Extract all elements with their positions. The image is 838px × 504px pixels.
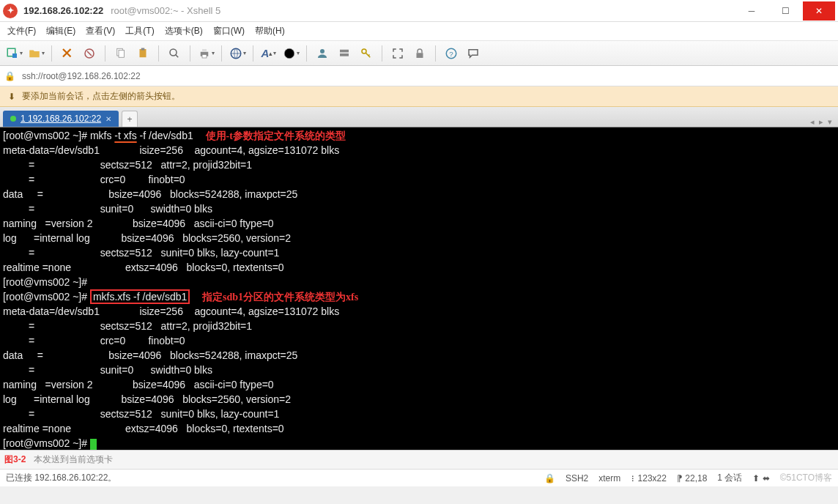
svg-rect-10 [202,54,207,58]
status-lock-icon: 🔒 [544,473,555,483]
tab-menu-icon[interactable]: ▾ [828,117,832,127]
key-button[interactable] [357,44,376,63]
prompt: [root@vms002 ~]# [3,291,90,303]
encoding-button[interactable]: ▾ [228,44,247,63]
tab-label: 1 192.168.26.102:22 [21,114,101,124]
lock-icon: 🔒 [0,71,19,81]
find-button[interactable] [165,44,184,63]
menu-tools[interactable]: 工具(T) [125,25,154,37]
svg-point-14 [320,49,325,53]
output-2: meta-data=/dev/sdb1 isize=256 agcount=4,… [3,305,339,434]
toolbar-separator [253,45,253,62]
toolbar-separator [190,45,190,62]
status-bar: 已连接 192.168.26.102:22。 🔒 SSH2 xterm ⫶ 12… [0,469,838,486]
watermark: ©51CTO博客 [780,472,832,484]
svg-text:?: ? [449,49,453,57]
prompt: [root@vms002 ~]# [3,437,90,449]
user-button[interactable] [313,44,332,63]
font-button[interactable]: A▴▾ [259,44,278,63]
toolbar-separator [158,45,159,62]
svg-rect-5 [140,49,147,57]
minimize-button[interactable]: ─ [735,1,768,21]
compose-bar: 图3-2 本发送到当前选项卡 [0,450,838,469]
terminal[interactable]: [root@vms002 ~]# mkfs -t xfs -f /dev/sdb… [0,127,838,450]
status-sessions: 1 会话 [717,472,742,484]
server-button[interactable] [335,44,354,63]
status-term: xterm [598,473,620,483]
cmd-boxed: mkfs.xfs -f /dev/sdb1 [90,289,190,304]
svg-rect-6 [141,48,145,50]
status-cursor: 22,18 [685,473,707,483]
open-button[interactable]: ▾ [26,44,45,63]
session-tab-1[interactable]: 1 192.168.26.102:22 ✕ [3,111,119,127]
compose-hint: 本发送到当前选项卡 [34,453,113,466]
disconnect-button[interactable] [80,44,99,63]
svg-rect-1 [12,53,17,58]
cmd-highlight: -t xfs [114,130,136,141]
status-connected: 已连接 192.168.26.102:22。 [6,472,116,484]
prompt: [root@vms002 ~]# [3,276,87,288]
prompt: [root@vms002 ~]# [3,130,90,141]
toolbar-separator [105,45,105,62]
lock-button[interactable] [410,44,429,63]
tab-prev-icon[interactable]: ◂ [810,117,815,127]
tip-bar: ⬇ 要添加当前会话，点击左侧的箭头按钮。 [0,86,838,107]
cursor [90,439,97,450]
print-button[interactable]: ▾ [196,44,215,63]
status-size: 123x22 [638,473,667,483]
copy-button[interactable] [111,44,130,63]
window-address: 192.168.26.102:22 [23,5,103,16]
reconnect-button[interactable] [58,44,77,63]
annotation-1: 使用-t参数指定文件系统的类型 [206,130,346,141]
figure-label: 图3-2 [4,453,26,466]
svg-rect-9 [202,49,207,52]
address-bar: 🔒 [0,66,838,86]
svg-rect-18 [417,53,423,58]
menu-window[interactable]: 窗口(W) [213,25,245,37]
address-input[interactable] [19,70,838,83]
svg-point-17 [362,49,366,53]
tab-close-icon[interactable]: ✕ [105,115,111,123]
tip-arrow-icon[interactable]: ⬇ [6,91,18,103]
status-dot-icon [10,116,16,122]
toolbar-separator [435,45,436,62]
toolbar: ▾ ▾ ▾ ▾ A▴▾ ▾ ? [0,41,838,66]
paste-button[interactable] [133,44,152,63]
chat-button[interactable] [464,44,483,63]
svg-rect-16 [340,53,349,56]
fullscreen-button[interactable] [388,44,407,63]
close-button[interactable]: ✕ [803,1,835,21]
new-session-button[interactable]: ▾ [4,44,23,63]
color-button[interactable]: ▾ [281,44,300,63]
maximize-button[interactable]: ☐ [769,1,801,21]
tab-strip: 1 192.168.26.102:22 ✕ + ◂ ▸ ▾ [0,107,838,127]
toolbar-separator [51,45,52,62]
tip-text: 要添加当前会话，点击左侧的箭头按钮。 [22,90,180,103]
status-ssh: SSH2 [566,473,588,483]
toolbar-separator [221,45,222,62]
annotation-2: 指定sdb1分区的文件系统类型为xfs [202,292,358,303]
app-logo: ✦ [3,4,18,18]
menu-edit[interactable]: 编辑(E) [46,25,75,37]
menu-bar: 文件(F) 编辑(E) 查看(V) 工具(T) 选项卡(B) 窗口(W) 帮助(… [0,22,838,41]
svg-rect-15 [340,49,349,52]
tab-next-icon[interactable]: ▸ [819,117,823,127]
toolbar-separator [382,45,382,62]
menu-help[interactable]: 帮助(H) [255,25,285,37]
toolbar-separator [306,45,307,62]
add-tab-button[interactable]: + [122,111,138,127]
title-bar: ✦ 192.168.26.102:22 root@vms002:~ - Xshe… [0,0,838,22]
menu-view[interactable]: 查看(V) [86,25,115,37]
svg-rect-4 [119,50,125,57]
window-subtitle: root@vms002:~ - Xshell 5 [111,5,220,16]
menu-tabs[interactable]: 选项卡(B) [165,25,203,37]
output-1: meta-data=/dev/sdb1 isize=256 agcount=4,… [3,144,339,273]
help-button[interactable]: ? [442,44,461,63]
menu-file[interactable]: 文件(F) [7,25,36,37]
